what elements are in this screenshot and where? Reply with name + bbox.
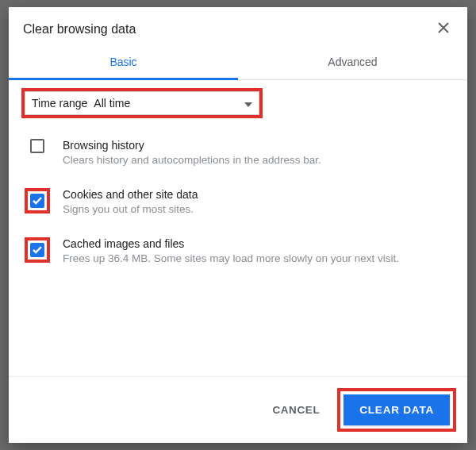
option-desc: Frees up 36.4 MB. Some sites may load mo… (63, 252, 455, 266)
checkbox-browsing-history[interactable] (30, 139, 44, 153)
option-text: Browsing history Clears history and auto… (63, 139, 455, 167)
highlight-time-range: Time range All time (21, 88, 263, 118)
tab-bar: Basic Advanced (9, 46, 467, 80)
close-icon[interactable] (434, 18, 453, 40)
cancel-button[interactable]: CANCEL (261, 396, 331, 424)
option-browsing-history: Browsing history Clears history and auto… (21, 133, 455, 182)
checkbox-wrap (26, 139, 48, 153)
tab-basic-label: Basic (109, 56, 136, 68)
option-cookies: Cookies and other site data Signs you ou… (21, 182, 455, 231)
highlight-checkbox-cache (25, 237, 50, 263)
clear-browsing-data-dialog: Clear browsing data Basic Advanced Time … (9, 7, 467, 443)
dialog-header: Clear browsing data (9, 7, 467, 46)
dialog-title: Clear browsing data (23, 22, 136, 37)
option-text: Cached images and files Frees up 36.4 MB… (63, 237, 455, 266)
highlight-clear-data: CLEAR DATA (337, 388, 456, 432)
time-range-select[interactable]: All time (94, 97, 252, 110)
option-desc: Clears history and autocompletions in th… (63, 153, 455, 167)
tab-advanced[interactable]: Advanced (238, 46, 467, 79)
tab-basic[interactable]: Basic (9, 46, 238, 79)
option-text: Cookies and other site data Signs you ou… (63, 188, 455, 217)
checkbox-cookies[interactable] (30, 194, 44, 208)
checkbox-cache[interactable] (30, 243, 44, 257)
dialog-footer: CANCEL CLEAR DATA (9, 376, 467, 443)
checkbox-wrap (26, 188, 48, 213)
highlight-checkbox-cookies (25, 188, 50, 213)
tab-advanced-label: Advanced (328, 56, 377, 68)
option-cache: Cached images and files Frees up 36.4 MB… (21, 231, 455, 280)
chevron-down-icon (244, 97, 252, 110)
clear-data-button[interactable]: CLEAR DATA (344, 394, 450, 425)
time-range-value: All time (94, 97, 130, 110)
option-title: Browsing history (63, 139, 455, 152)
option-desc: Signs you out of most sites. (63, 202, 455, 217)
time-range-row: Time range All time (25, 91, 259, 115)
option-title: Cookies and other site data (63, 188, 455, 201)
option-title: Cached images and files (63, 237, 455, 250)
checkbox-wrap (26, 237, 48, 263)
time-range-label: Time range (32, 97, 87, 110)
dialog-body: Time range All time Browsing history Cle… (9, 80, 467, 376)
